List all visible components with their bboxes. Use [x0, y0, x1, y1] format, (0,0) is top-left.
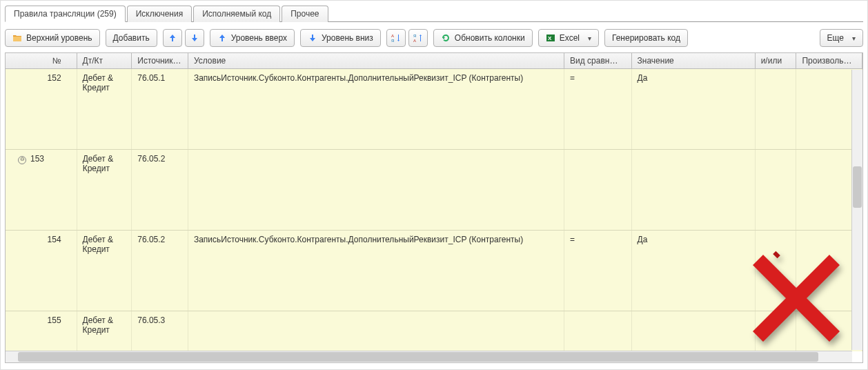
row-uslovie: ЗаписьИсточник.Субконто.Контрагенты.Допо… [194, 235, 523, 244]
row-no: 153 [30, 154, 44, 164]
refresh-icon [441, 33, 451, 43]
col-arbitrary[interactable]: Произвольное [796, 53, 862, 68]
row-no: 154 [48, 235, 61, 244]
tab-translation-rules[interactable]: Правила трансляции (259) [5, 6, 126, 22]
vscroll-thumb[interactable] [853, 166, 862, 208]
excel-label: Excel [560, 33, 580, 43]
svg-text:А: А [391, 34, 394, 38]
tree-collapse-icon[interactable]: ⊖ [18, 156, 26, 164]
col-uslovie[interactable]: Условие [188, 53, 564, 68]
table-row[interactable]: 155 Дебет & Кредит 76.05.3 [6, 311, 862, 351]
svg-text:А: А [413, 39, 416, 43]
row-compare: = [570, 73, 575, 83]
table-row[interactable]: 154 Дебет & Кредит 76.05.2 ЗаписьИсточни… [6, 231, 862, 311]
row-value: Да [638, 73, 648, 83]
row-src: 76.05.3 [137, 315, 165, 325]
move-up-button[interactable] [163, 29, 182, 47]
table-row[interactable]: 152 Дебет & Кредит 76.05.1 ЗаписьИсточни… [6, 69, 862, 150]
tab-exceptions[interactable]: Исключения [127, 6, 193, 22]
sort-asc-button[interactable]: АЯ [386, 29, 406, 47]
toolbar: Верхний уровень Добавить Уровень вверх [5, 29, 863, 47]
arrow-up-icon [168, 33, 177, 43]
add-button[interactable]: Добавить [106, 29, 157, 47]
generate-code-button[interactable]: Генерировать код [604, 29, 688, 47]
svg-text:X: X [548, 35, 552, 41]
col-src[interactable]: Источник… [132, 53, 188, 68]
svg-text:Я: Я [391, 39, 394, 43]
row-uslovie: ЗаписьИсточник.Субконто.Контрагенты.Допо… [194, 73, 523, 83]
level-down-icon [308, 33, 317, 43]
sort-za-icon: ЯА [413, 33, 423, 43]
update-columns-button[interactable]: Обновить колонки [433, 29, 533, 47]
level-down-button[interactable]: Уровень вниз [300, 29, 381, 47]
top-level-label: Верхний уровень [26, 33, 92, 43]
row-src: 76.05.1 [137, 73, 165, 83]
update-columns-label: Обновить колонки [455, 33, 525, 43]
data-grid: № Дт/Кт Источник… Условие Вид сравн… Зна… [5, 52, 863, 363]
move-down-button[interactable] [185, 29, 204, 47]
row-src: 76.05.2 [137, 235, 165, 244]
level-up-label: Уровень вверх [231, 33, 287, 43]
vertical-scrollbar[interactable] [851, 70, 862, 350]
horizontal-scrollbar[interactable] [6, 351, 852, 362]
table-row[interactable]: ⊖153 Дебет & Кредит 76.05.2 [6, 150, 862, 231]
tab-other[interactable]: Прочее [282, 6, 328, 22]
excel-button[interactable]: X Excel [538, 29, 599, 47]
level-up-icon [217, 33, 227, 43]
excel-icon: X [546, 33, 555, 43]
col-no[interactable]: № [6, 53, 77, 68]
level-up-button[interactable]: Уровень вверх [210, 29, 295, 47]
more-button[interactable]: Еще [820, 29, 863, 47]
top-level-button[interactable]: Верхний уровень [5, 29, 100, 47]
col-and-or[interactable]: и/или [756, 53, 797, 68]
sort-desc-button[interactable]: ЯА [408, 29, 428, 47]
svg-text:Я: Я [413, 34, 416, 38]
tab-exec-code[interactable]: Исполняемый код [193, 6, 280, 22]
row-dtkt: Дебет & Кредит [83, 315, 114, 335]
row-compare: = [570, 235, 575, 244]
grid-header: № Дт/Кт Источник… Условие Вид сравн… Зна… [6, 53, 862, 69]
row-dtkt: Дебет & Кредит [83, 154, 114, 173]
row-no: 152 [48, 73, 61, 83]
grid-body[interactable]: 152 Дебет & Кредит 76.05.1 ЗаписьИсточни… [6, 69, 862, 362]
row-dtkt: Дебет & Кредит [83, 73, 114, 92]
level-down-label: Уровень вниз [322, 33, 373, 43]
row-dtkt: Дебет & Кредит [83, 235, 114, 254]
row-src: 76.05.2 [137, 154, 165, 164]
col-compare[interactable]: Вид сравн… [564, 53, 632, 68]
col-dtkt[interactable]: Дт/Кт [77, 53, 132, 68]
tab-bar: Правила трансляции (259) Исключения Испо… [5, 5, 863, 22]
arrow-down-icon [190, 33, 199, 43]
app-window: Правила трансляции (259) Исключения Испо… [0, 0, 868, 370]
row-value: Да [638, 235, 648, 244]
row-no: 155 [48, 315, 61, 325]
folder-icon [12, 33, 22, 43]
sort-az-icon: АЯ [391, 33, 401, 43]
hscroll-thumb[interactable] [18, 352, 818, 362]
col-value[interactable]: Значение [632, 53, 756, 68]
